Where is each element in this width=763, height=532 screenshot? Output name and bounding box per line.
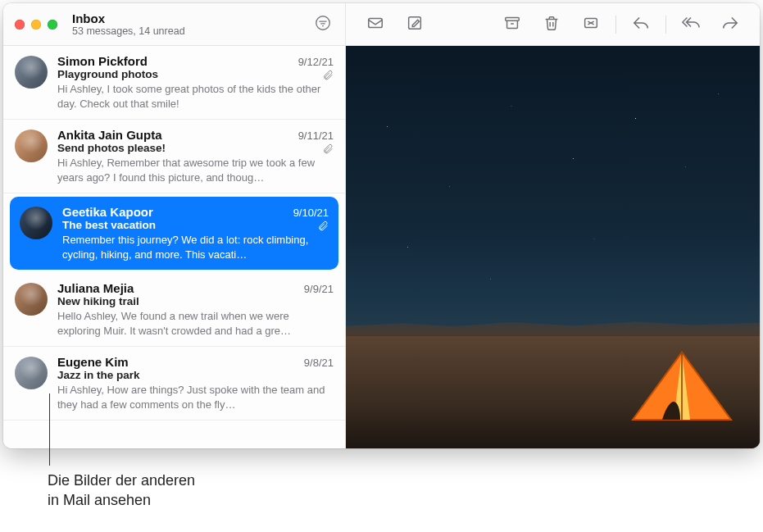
message-row[interactable]: Ankita Jain Gupta9/11/21Send photos plea… — [3, 120, 345, 193]
message-list-pane: Inbox 53 messages, 14 unread Simon Pickf… — [3, 3, 346, 448]
toolbar-separator — [615, 16, 616, 34]
message-list[interactable]: Simon Pickford9/12/21Playground photosHi… — [3, 46, 345, 448]
avatar — [15, 130, 48, 162]
message-row[interactable]: Eugene Kim9/8/21Jazz in the parkHi Ashle… — [3, 347, 345, 421]
message-sender: Simon Pickford — [57, 54, 292, 68]
reply-icon — [632, 14, 650, 35]
message-sender: Geetika Kapoor — [62, 205, 287, 219]
message-preview: Hi Ashley, I took some great photos of t… — [57, 82, 334, 111]
message-subject: The best vacation — [62, 219, 312, 231]
message-preview: Hi Ashley, How are things? Just spoke wi… — [57, 383, 334, 412]
avatar — [15, 56, 48, 89]
message-date: 9/9/21 — [304, 283, 334, 295]
message-subject: Send photos please! — [57, 142, 317, 154]
left-header: Inbox 53 messages, 14 unread — [3, 3, 345, 46]
avatar — [15, 283, 48, 316]
mailbox-title: Inbox — [72, 11, 311, 25]
junk-button[interactable] — [575, 11, 607, 39]
svg-rect-1 — [369, 18, 383, 27]
message-subject: Jazz in the park — [57, 369, 334, 381]
message-preview: Hello Ashley, We found a new trail when … — [57, 309, 334, 338]
message-preview: Remember this journey? We did a lot: roc… — [62, 233, 329, 261]
mailbox-title-block: Inbox 53 messages, 14 unread — [72, 11, 311, 38]
window-controls — [15, 20, 57, 30]
attachment-image-tent — [624, 346, 739, 425]
message-content — [346, 46, 760, 448]
message-date: 9/11/21 — [298, 130, 334, 142]
compose-button[interactable] — [398, 11, 431, 39]
zoom-window-button[interactable] — [48, 20, 57, 30]
forward-icon — [721, 14, 739, 35]
get-mail-button[interactable] — [359, 11, 392, 39]
message-date: 9/12/21 — [298, 56, 334, 68]
callout-leader-line — [49, 393, 50, 466]
mailbox-subtitle: 53 messages, 14 unread — [72, 25, 311, 37]
callout-line2: in Mail ansehen — [48, 492, 151, 508]
filter-button[interactable] — [311, 12, 335, 37]
trash-icon — [543, 14, 561, 35]
close-window-button[interactable] — [15, 20, 25, 30]
message-sender: Ankita Jain Gupta — [57, 128, 292, 142]
attachment-icon — [317, 220, 329, 231]
message-subject: New hiking trail — [57, 295, 334, 307]
callout-line1: Die Bilder der anderen — [48, 472, 195, 489]
message-row[interactable]: Juliana Mejia9/9/21New hiking trailHello… — [3, 273, 345, 347]
archive-icon — [503, 14, 521, 35]
attachment-icon — [322, 69, 334, 80]
message-sender: Juliana Mejia — [57, 281, 297, 295]
forward-button[interactable] — [714, 11, 747, 39]
filter-icon — [314, 14, 332, 35]
callout-text: Die Bilder der anderen in Mail ansehen — [48, 471, 195, 511]
svg-point-0 — [316, 16, 330, 30]
toolbar — [346, 3, 760, 46]
envelope-icon — [366, 14, 384, 35]
message-sender: Eugene Kim — [57, 355, 297, 369]
message-row[interactable]: Geetika Kapoor9/10/21The best vacationRe… — [10, 197, 338, 270]
message-subject: Playground photos — [57, 68, 317, 80]
message-body: Ankita Jain Gupta9/11/21Send photos plea… — [57, 128, 334, 184]
message-body: Juliana Mejia9/9/21New hiking trailHello… — [57, 281, 334, 338]
message-body: Eugene Kim9/8/21Jazz in the parkHi Ashle… — [57, 355, 334, 412]
archive-button[interactable] — [496, 11, 529, 39]
message-body: Simon Pickford9/12/21Playground photosHi… — [57, 54, 334, 111]
message-row[interactable]: Simon Pickford9/12/21Playground photosHi… — [3, 46, 345, 120]
toolbar-separator — [665, 16, 666, 34]
delete-button[interactable] — [535, 11, 568, 39]
mail-window: Inbox 53 messages, 14 unread Simon Pickf… — [3, 3, 760, 448]
message-preview: Hi Ashley, Remember that awesome trip we… — [57, 156, 334, 184]
junk-icon — [582, 14, 600, 35]
reply-button[interactable] — [624, 11, 657, 39]
compose-icon — [406, 14, 424, 35]
message-date: 9/10/21 — [293, 207, 329, 219]
message-viewer-pane — [346, 3, 760, 448]
svg-rect-3 — [506, 17, 520, 20]
avatar — [15, 357, 48, 389]
reply-all-icon — [682, 14, 700, 35]
message-body: Geetika Kapoor9/10/21The best vacationRe… — [62, 205, 329, 261]
message-date: 9/8/21 — [304, 357, 334, 369]
attachment-icon — [322, 143, 334, 154]
avatar — [20, 207, 52, 239]
reply-all-button[interactable] — [674, 11, 707, 39]
minimize-window-button[interactable] — [31, 20, 41, 30]
